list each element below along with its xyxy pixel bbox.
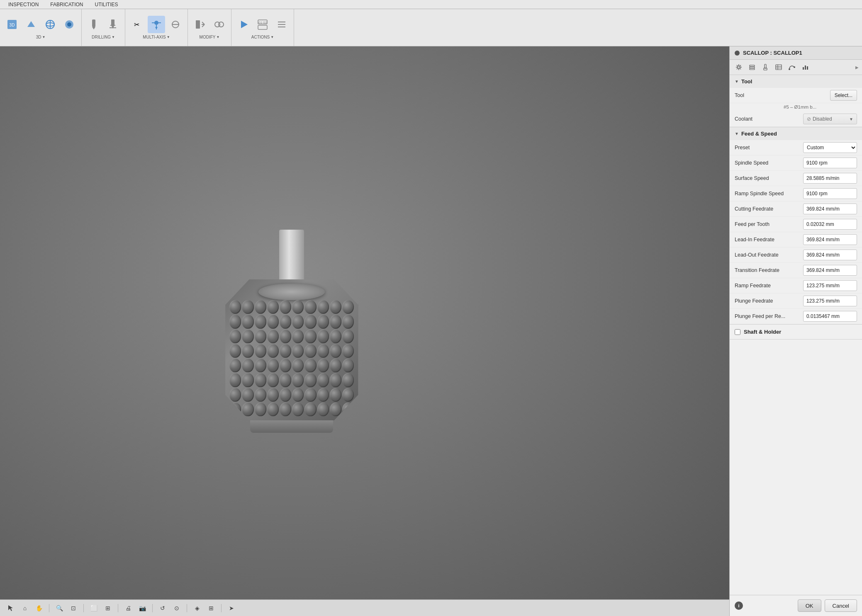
tool-section-header[interactable]: ▼ Tool — [730, 75, 862, 88]
svg-text:3D: 3D — [10, 23, 15, 27]
surface-speed-input[interactable] — [803, 173, 857, 184]
drilling-icon-1[interactable] — [85, 16, 102, 33]
leadin-feedrate-input[interactable] — [803, 234, 857, 245]
svg-marker-17 — [155, 27, 158, 29]
3d-icon-2[interactable] — [22, 16, 40, 33]
panel-icon-tool[interactable] — [760, 61, 771, 73]
model-dot — [267, 300, 279, 314]
3d-icon-4[interactable] — [61, 16, 78, 33]
panel-title: SCALLOP : SCALLOP1 — [743, 50, 802, 56]
svg-rect-7 — [92, 19, 95, 27]
info-icon[interactable]: i — [735, 601, 743, 610]
svg-marker-26 — [241, 21, 248, 28]
ok-button[interactable]: OK — [798, 599, 821, 612]
model-dot — [229, 403, 241, 416]
model-dot — [255, 300, 266, 314]
model-shaft — [279, 230, 304, 279]
multiaxis-icon-3[interactable] — [167, 16, 184, 33]
toolbar-more-1[interactable]: ⊙ — [171, 602, 183, 614]
model-dot — [267, 388, 279, 402]
toolbar-rotate[interactable]: ↺ — [157, 602, 168, 614]
toolbar-display-mode[interactable]: ⬜ — [88, 602, 100, 614]
leadout-feedrate-input[interactable] — [803, 250, 857, 260]
preset-label: Preset — [735, 145, 803, 150]
drilling-icon-2[interactable] — [104, 16, 122, 33]
model-dot — [342, 373, 354, 387]
preset-select[interactable]: Custom Material 1 — [803, 142, 857, 153]
menu-utilities[interactable]: UTILITIES — [95, 2, 118, 7]
coolant-label: Coolant — [735, 116, 803, 122]
panel-icon-path[interactable] — [786, 61, 798, 73]
3d-icon-1[interactable]: 3D — [3, 16, 21, 33]
panel-icon-layers[interactable] — [746, 61, 758, 73]
plunge-feedrate-row: Plunge Feedrate — [730, 293, 862, 309]
toolbar-home[interactable]: ⌂ — [19, 602, 31, 614]
svg-rect-9 — [111, 19, 114, 25]
ramp-feedrate-label: Ramp Feedrate — [735, 283, 803, 289]
toolbar-print[interactable]: 🖨 — [122, 602, 134, 614]
plunge-feedrate-input[interactable] — [803, 296, 857, 306]
model-dot — [280, 359, 291, 372]
model-dot — [242, 315, 253, 328]
plunge-feed-per-input[interactable] — [803, 311, 857, 322]
toolbar-cursor[interactable] — [5, 602, 17, 614]
actions-icon-play[interactable] — [235, 16, 252, 33]
actions-icon-g1g2[interactable]: G1 G2 — [254, 16, 271, 33]
toolbar-grid[interactable]: ⊞ — [102, 602, 114, 614]
svg-point-6 — [67, 22, 71, 27]
modify-icon-2[interactable] — [210, 16, 228, 33]
viewport[interactable]: ⌂ ✋ 🔍 ⊡ ⬜ ⊞ 🖨 📷 ↺ ⊙ ◈ ⊞ ➤ — [0, 46, 729, 616]
cancel-button[interactable]: Cancel — [825, 599, 857, 612]
modify-icon-1[interactable] — [191, 16, 209, 33]
toolbar-more-2[interactable]: ⊞ — [205, 602, 217, 614]
actions-icon-menu[interactable] — [273, 16, 290, 33]
3d-icon-3[interactable] — [41, 16, 59, 33]
model-dot — [267, 359, 279, 372]
model-dot — [280, 315, 291, 328]
tool-select-button[interactable]: Select... — [830, 90, 857, 101]
feed-speed-section-header[interactable]: ▼ Feed & Speed — [730, 127, 862, 140]
leadin-feedrate-label: Lead-In Feedrate — [735, 237, 803, 243]
model-dot — [330, 344, 341, 358]
toolbar-camera[interactable]: 📷 — [136, 602, 148, 614]
ramp-feedrate-row: Ramp Feedrate — [730, 278, 862, 293]
menu-fabrication[interactable]: FABRICATION — [50, 2, 83, 7]
spindle-speed-input[interactable] — [803, 158, 857, 168]
right-panel: SCALLOP : SCALLOP1 ▶ — [729, 46, 862, 616]
toolbar-zoom-in[interactable]: 🔍 — [54, 602, 65, 614]
svg-rect-20 — [196, 20, 200, 29]
shaft-holder-checkbox[interactable] — [735, 329, 740, 335]
toolbar-arrow-right[interactable]: ➤ — [226, 602, 237, 614]
multiaxis-icon-scissors[interactable]: ✂ — [129, 16, 146, 33]
cutting-feedrate-label: Cutting Feedrate — [735, 206, 803, 212]
panel-icon-chart[interactable] — [799, 61, 811, 73]
model-dot — [317, 330, 329, 343]
panel-icon-table[interactable] — [773, 61, 784, 73]
menu-inspection[interactable]: INSPECTION — [8, 2, 39, 7]
panel-footer: i OK Cancel — [730, 595, 862, 616]
model-dot — [342, 388, 354, 402]
model-dot — [292, 403, 304, 416]
ramp-spindle-input[interactable] — [803, 188, 857, 199]
model-dot — [304, 300, 316, 314]
svg-rect-35 — [750, 65, 755, 66]
toolbar-diamond[interactable]: ◈ — [191, 602, 203, 614]
toolbar-pan[interactable]: ✋ — [33, 602, 45, 614]
leadout-feedrate-row: Lead-Out Feedrate — [730, 247, 862, 263]
multiaxis-icon-active[interactable] — [148, 16, 165, 33]
model-dot — [304, 403, 316, 416]
panel-icon-settings[interactable] — [733, 61, 745, 73]
ramp-feedrate-input[interactable] — [803, 280, 857, 291]
transition-feedrate-input[interactable] — [803, 265, 857, 276]
toolbar-zoom-fit[interactable]: ⊡ — [68, 602, 79, 614]
model-dot — [242, 373, 253, 387]
feed-speed-triangle: ▼ — [735, 131, 739, 136]
feed-per-tooth-label: Feed per Tooth — [735, 221, 803, 227]
panel-icon-row: ▶ — [730, 60, 862, 75]
tool-section-triangle: ▼ — [735, 79, 739, 84]
coolant-dropdown[interactable]: ⊘ Disabled ▼ — [803, 114, 857, 124]
cutting-feedrate-input[interactable] — [803, 204, 857, 214]
model-dot — [292, 359, 304, 372]
model-dot — [330, 330, 341, 343]
feed-per-tooth-input[interactable] — [803, 219, 857, 230]
